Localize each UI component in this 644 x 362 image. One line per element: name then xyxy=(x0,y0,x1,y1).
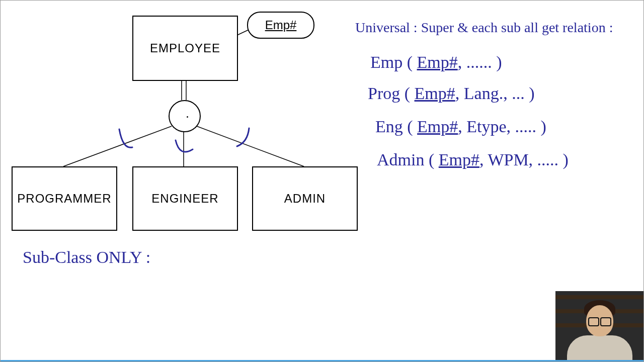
webcam-overlay xyxy=(555,291,643,361)
entity-admin: ADMIN xyxy=(252,166,358,231)
entity-admin-label: ADMIN xyxy=(284,192,326,206)
attribute-emp-number-label: Emp# xyxy=(265,18,297,32)
bottom-accent-bar xyxy=(1,360,643,361)
svg-line-3 xyxy=(63,126,172,166)
presenter-shirt xyxy=(567,335,632,361)
note-rel-emp: Emp ( Emp#, ...... ) xyxy=(370,53,502,72)
note-rel-admin: Admin ( Emp#, WPM, ..... ) xyxy=(377,150,569,169)
note-subclass-only: Sub-Class ONLY : xyxy=(23,248,150,267)
rel-eng-key: Emp# xyxy=(417,117,458,136)
rel-admin-tail: , WPM, ..... ) xyxy=(479,150,569,169)
rel-prog-tail: , Lang., ... ) xyxy=(455,84,535,103)
note-rel-eng: Eng ( Emp#, Etype, ..... ) xyxy=(375,117,546,136)
rel-prog-key: Emp# xyxy=(415,84,455,103)
rel-admin-head: Admin ( xyxy=(377,150,439,169)
specialization-circle xyxy=(169,100,201,132)
note-universal-heading: Universal : Super & each sub all get rel… xyxy=(355,20,613,36)
rel-prog-head: Prog ( xyxy=(368,84,415,103)
entity-programmer: PROGRAMMER xyxy=(12,166,117,231)
rel-admin-key: Emp# xyxy=(439,150,479,169)
attribute-emp-number: Emp# xyxy=(247,12,314,39)
rel-emp-tail: , ...... ) xyxy=(458,53,502,71)
entity-engineer-label: ENGINEER xyxy=(151,192,218,206)
note-rel-prog: Prog ( Emp#, Lang., ... ) xyxy=(368,84,534,103)
circle-dot xyxy=(187,116,188,118)
whiteboard: EMPLOYEE Emp# PROGRAMMER ENGINEER ADMIN … xyxy=(0,0,644,362)
entity-engineer: ENGINEER xyxy=(132,166,238,231)
presenter-glasses xyxy=(587,317,612,324)
entity-programmer-label: PROGRAMMER xyxy=(17,192,111,206)
entity-employee: EMPLOYEE xyxy=(132,16,238,81)
rel-eng-tail: , Etype, ..... ) xyxy=(458,117,546,136)
svg-line-5 xyxy=(197,126,304,166)
bookshelf-row xyxy=(555,295,643,299)
rel-emp-key: Emp# xyxy=(417,53,458,71)
rel-eng-head: Eng ( xyxy=(375,117,417,136)
entity-employee-label: EMPLOYEE xyxy=(150,41,220,55)
rel-emp-head: Emp ( xyxy=(370,53,417,71)
